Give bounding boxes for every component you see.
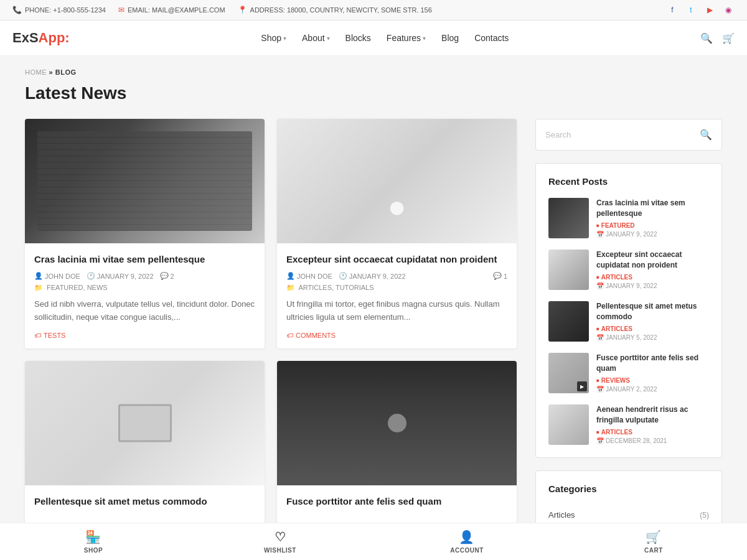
nav-blog[interactable]: Blog (441, 33, 459, 43)
phone-icon: 📞 (12, 6, 22, 14)
calendar-icon: 📅 (596, 334, 604, 341)
post-categories: 📁 FEATURED, NEWS (34, 284, 255, 292)
post-image (277, 361, 517, 485)
posts-row-1: Cras lacinia mi vitae sem pellentesque 👤… (25, 119, 517, 348)
nav-contacts[interactable]: Contacts (474, 33, 509, 43)
clock-icon: 🕐 (339, 272, 347, 280)
bottom-bar-account-label: ACCOUNT (450, 547, 484, 554)
recent-post-thumbnail (548, 198, 589, 238)
breadcrumb-home[interactable]: HOME (25, 68, 47, 76)
recent-post-info: Excepteur sint occaecat cupidatat non pr… (596, 250, 709, 289)
nav-blocks[interactable]: Blocks (345, 33, 371, 43)
post-card: Fusce porttitor ante felis sed quam (277, 361, 517, 523)
recent-post-category: REVIEWS (596, 377, 709, 384)
recent-post-title[interactable]: Aenean hendrerit risus ac fringilla vulp… (596, 404, 709, 426)
clock-icon: 🕐 (87, 272, 95, 280)
tag-icon: 🏷 (286, 332, 293, 339)
calendar-icon: 📅 (596, 386, 604, 393)
post-body: Fusce porttitor ante felis sed quam (277, 485, 517, 523)
post-body: Pellentesque sit amet metus commodo (25, 485, 265, 523)
youtube-icon[interactable]: ▶ (703, 4, 716, 16)
topbar-contact-info: 📞 PHONE: +1-800-555-1234 ✉ EMAIL: MAIL@E… (12, 6, 432, 14)
recent-post-item: ▶ Fusce porttitor ante felis sed quam RE… (548, 353, 709, 393)
instagram-icon[interactable]: ◉ (722, 4, 735, 16)
tag-icon: 🏷 (34, 332, 41, 339)
posts-row-2: Pellentesque sit amet metus commodo Fusc… (25, 361, 517, 523)
logo[interactable]: ExSApp: (12, 30, 70, 46)
recent-post-category: ARTICLES (596, 429, 709, 436)
recent-post-title[interactable]: Fusce porttitor ante felis sed quam (596, 353, 709, 374)
search-button[interactable]: 🔍 (700, 129, 712, 141)
topbar-email: ✉ EMAIL: MAIL@EXAMPLE.COM (118, 6, 225, 14)
user-icon: 👤 (286, 272, 295, 280)
recent-post-title[interactable]: Excepteur sint occaecat cupidatat non pr… (596, 250, 709, 271)
sidebar: 🔍 Recent Posts Cras lacinia mi vitae sem… (535, 119, 722, 560)
play-icon: ▶ (577, 381, 587, 391)
recent-post-date: 📅 JANUARY 2, 2022 (596, 386, 709, 393)
email-icon: ✉ (118, 6, 125, 14)
post-meta: 👤 JOHN DOE 🕐 JANUARY 9, 2022 💬 2 (34, 272, 174, 280)
topbar-address-text: ADDRESS: 18000, COUNTRY, NEWCITY, SOME S… (250, 6, 432, 14)
bottom-bar-shop[interactable]: 🏪 SHOP (0, 523, 187, 560)
nav-shop[interactable]: Shop ▾ (261, 33, 286, 43)
search-icon[interactable]: 🔍 (700, 32, 713, 44)
post-title[interactable]: Cras lacinia mi vitae sem pellentesque (34, 253, 255, 266)
recent-post-info: Cras lacinia mi vitae sem pellentesque F… (596, 198, 709, 238)
post-title[interactable]: Fusce porttitor ante felis sed quam (286, 495, 507, 508)
breadcrumb-separator: » (49, 68, 54, 76)
recent-post-category: FEATURED (596, 222, 709, 229)
breadcrumb-current: BLOG (55, 68, 77, 76)
recent-post-title[interactable]: Pellentesque sit amet metus commodo (596, 301, 709, 322)
topbar-address: 📍 ADDRESS: 18000, COUNTRY, NEWCITY, SOME… (238, 6, 432, 14)
page-title: Latest News (25, 83, 722, 103)
categories-title: Categories (548, 483, 709, 494)
bottom-bar-account[interactable]: 👤 ACCOUNT (374, 523, 560, 560)
post-author: 👤 JOHN DOE (34, 272, 80, 280)
comment-icon: 💬 (160, 272, 169, 280)
map-pin-icon: 📍 (238, 6, 247, 14)
search-input[interactable] (545, 130, 700, 139)
post-excerpt: Sed id nibh viverra, vulputate tellus ve… (34, 298, 255, 324)
nav-features[interactable]: Features ▾ (387, 33, 426, 43)
content-area: Cras lacinia mi vitae sem pellentesque 👤… (25, 119, 722, 560)
post-card: Pellentesque sit amet metus commodo (25, 361, 265, 523)
cart-icon[interactable]: 🛒 (722, 32, 735, 44)
recent-post-thumbnail: ▶ (548, 353, 589, 393)
post-comments: 💬 1 (493, 272, 507, 280)
post-title[interactable]: Excepteur sint occaecat cupidatat non pr… (286, 253, 507, 266)
post-meta: 👤 JOHN DOE 🕐 JANUARY 9, 2022 💬 1 (286, 272, 507, 280)
header-actions: 🔍 🛒 (700, 32, 735, 44)
calendar-icon: 📅 (596, 231, 604, 238)
post-body: Cras lacinia mi vitae sem pellentesque 👤… (25, 243, 265, 348)
topbar: 📞 PHONE: +1-800-555-1234 ✉ EMAIL: MAIL@E… (0, 0, 747, 21)
bottom-bar-cart[interactable]: 🛒 CART (560, 523, 747, 560)
post-title[interactable]: Pellentesque sit amet metus commodo (34, 495, 255, 508)
recent-post-category: ARTICLES (596, 274, 709, 281)
post-categories: 📁 ARTICLES, TUTORIALS (286, 284, 507, 292)
post-author: 👤 JOHN DOE (286, 272, 332, 280)
post-tags: 🏷 TESTS (34, 332, 255, 339)
recent-post-date: 📅 DECEMBER 28, 2021 (596, 437, 709, 444)
recent-post-item: Aenean hendrerit risus ac fringilla vulp… (548, 404, 709, 445)
category-name[interactable]: Articles (548, 510, 575, 520)
post-card: Excepteur sint occaecat cupidatat non pr… (277, 119, 517, 348)
topbar-email-text: EMAIL: MAIL@EXAMPLE.COM (128, 6, 225, 14)
recent-post-title[interactable]: Cras lacinia mi vitae sem pellentesque (596, 198, 709, 219)
calendar-icon: 📅 (596, 282, 604, 289)
recent-post-info: Aenean hendrerit risus ac fringilla vulp… (596, 404, 709, 444)
topbar-social: f t ▶ ◉ (666, 4, 735, 16)
post-card: Cras lacinia mi vitae sem pellentesque 👤… (25, 119, 265, 348)
sidebar-search-box: 🔍 (535, 119, 722, 151)
nav-about[interactable]: About ▾ (302, 33, 330, 43)
shop-icon: 🏪 (85, 530, 101, 544)
account-icon: 👤 (459, 530, 475, 544)
recent-post-category: ARTICLES (596, 325, 709, 332)
facebook-icon[interactable]: f (666, 4, 679, 16)
header: ExSApp: Shop ▾ About ▾ Blocks Features ▾… (0, 21, 747, 56)
chevron-down-icon: ▾ (423, 35, 426, 42)
bottom-bar-wishlist[interactable]: ♡ WISHLIST (187, 523, 374, 560)
recent-posts-widget: Recent Posts Cras lacinia mi vitae sem p… (535, 163, 722, 458)
bottom-bar: 🏪 SHOP ♡ WISHLIST 👤 ACCOUNT 🛒 CART (0, 523, 747, 560)
category-count: (5) (700, 511, 709, 520)
twitter-icon[interactable]: t (685, 4, 697, 16)
